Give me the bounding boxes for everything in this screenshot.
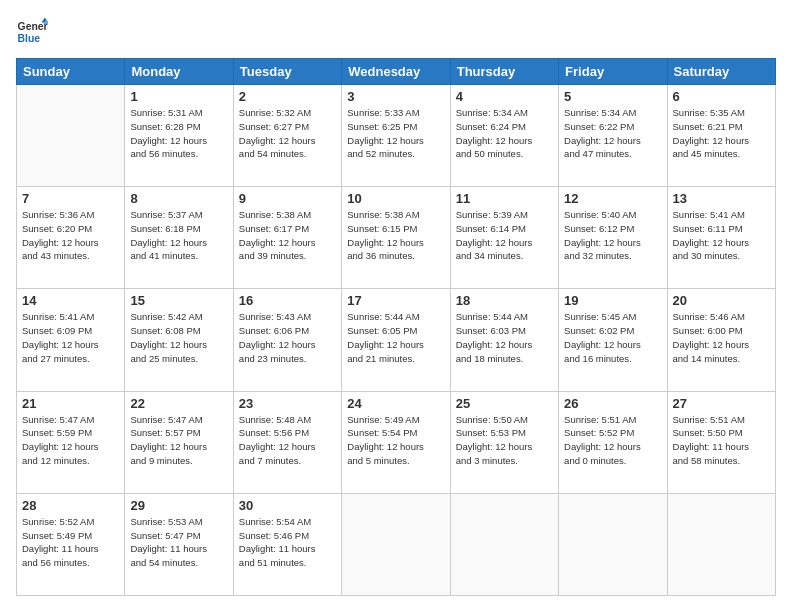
column-header-tuesday: Tuesday: [233, 59, 341, 85]
calendar-cell: 4Sunrise: 5:34 AM Sunset: 6:24 PM Daylig…: [450, 85, 558, 187]
calendar-cell: 20Sunrise: 5:46 AM Sunset: 6:00 PM Dayli…: [667, 289, 775, 391]
calendar-cell: [559, 493, 667, 595]
day-number: 14: [22, 293, 119, 308]
logo: General Blue: [16, 16, 48, 48]
day-number: 18: [456, 293, 553, 308]
calendar-cell: 5Sunrise: 5:34 AM Sunset: 6:22 PM Daylig…: [559, 85, 667, 187]
day-number: 22: [130, 396, 227, 411]
day-info: Sunrise: 5:48 AM Sunset: 5:56 PM Dayligh…: [239, 413, 336, 468]
calendar-cell: 27Sunrise: 5:51 AM Sunset: 5:50 PM Dayli…: [667, 391, 775, 493]
calendar-cell: 23Sunrise: 5:48 AM Sunset: 5:56 PM Dayli…: [233, 391, 341, 493]
calendar-header-row: SundayMondayTuesdayWednesdayThursdayFrid…: [17, 59, 776, 85]
day-info: Sunrise: 5:37 AM Sunset: 6:18 PM Dayligh…: [130, 208, 227, 263]
day-info: Sunrise: 5:38 AM Sunset: 6:17 PM Dayligh…: [239, 208, 336, 263]
day-info: Sunrise: 5:33 AM Sunset: 6:25 PM Dayligh…: [347, 106, 444, 161]
day-info: Sunrise: 5:46 AM Sunset: 6:00 PM Dayligh…: [673, 310, 770, 365]
calendar-cell: 29Sunrise: 5:53 AM Sunset: 5:47 PM Dayli…: [125, 493, 233, 595]
day-number: 3: [347, 89, 444, 104]
day-number: 15: [130, 293, 227, 308]
calendar-cell: [450, 493, 558, 595]
calendar-week-2: 7Sunrise: 5:36 AM Sunset: 6:20 PM Daylig…: [17, 187, 776, 289]
day-info: Sunrise: 5:53 AM Sunset: 5:47 PM Dayligh…: [130, 515, 227, 570]
calendar-cell: [17, 85, 125, 187]
calendar-cell: 28Sunrise: 5:52 AM Sunset: 5:49 PM Dayli…: [17, 493, 125, 595]
day-info: Sunrise: 5:41 AM Sunset: 6:09 PM Dayligh…: [22, 310, 119, 365]
day-number: 26: [564, 396, 661, 411]
svg-text:Blue: Blue: [18, 33, 41, 44]
day-info: Sunrise: 5:42 AM Sunset: 6:08 PM Dayligh…: [130, 310, 227, 365]
day-number: 12: [564, 191, 661, 206]
calendar-week-5: 28Sunrise: 5:52 AM Sunset: 5:49 PM Dayli…: [17, 493, 776, 595]
calendar-cell: [667, 493, 775, 595]
day-number: 17: [347, 293, 444, 308]
day-number: 25: [456, 396, 553, 411]
day-info: Sunrise: 5:36 AM Sunset: 6:20 PM Dayligh…: [22, 208, 119, 263]
day-info: Sunrise: 5:38 AM Sunset: 6:15 PM Dayligh…: [347, 208, 444, 263]
column-header-saturday: Saturday: [667, 59, 775, 85]
day-info: Sunrise: 5:34 AM Sunset: 6:24 PM Dayligh…: [456, 106, 553, 161]
day-number: 30: [239, 498, 336, 513]
day-number: 4: [456, 89, 553, 104]
day-info: Sunrise: 5:44 AM Sunset: 6:03 PM Dayligh…: [456, 310, 553, 365]
column-header-monday: Monday: [125, 59, 233, 85]
day-number: 19: [564, 293, 661, 308]
calendar-cell: 19Sunrise: 5:45 AM Sunset: 6:02 PM Dayli…: [559, 289, 667, 391]
calendar-cell: 1Sunrise: 5:31 AM Sunset: 6:28 PM Daylig…: [125, 85, 233, 187]
day-info: Sunrise: 5:34 AM Sunset: 6:22 PM Dayligh…: [564, 106, 661, 161]
day-info: Sunrise: 5:54 AM Sunset: 5:46 PM Dayligh…: [239, 515, 336, 570]
day-number: 16: [239, 293, 336, 308]
calendar-cell: 9Sunrise: 5:38 AM Sunset: 6:17 PM Daylig…: [233, 187, 341, 289]
column-header-thursday: Thursday: [450, 59, 558, 85]
day-number: 24: [347, 396, 444, 411]
calendar-table: SundayMondayTuesdayWednesdayThursdayFrid…: [16, 58, 776, 596]
day-number: 27: [673, 396, 770, 411]
logo-icon: General Blue: [16, 16, 48, 48]
day-number: 28: [22, 498, 119, 513]
calendar-cell: 22Sunrise: 5:47 AM Sunset: 5:57 PM Dayli…: [125, 391, 233, 493]
day-info: Sunrise: 5:49 AM Sunset: 5:54 PM Dayligh…: [347, 413, 444, 468]
day-number: 6: [673, 89, 770, 104]
calendar-cell: 10Sunrise: 5:38 AM Sunset: 6:15 PM Dayli…: [342, 187, 450, 289]
day-info: Sunrise: 5:35 AM Sunset: 6:21 PM Dayligh…: [673, 106, 770, 161]
day-info: Sunrise: 5:44 AM Sunset: 6:05 PM Dayligh…: [347, 310, 444, 365]
calendar-cell: 14Sunrise: 5:41 AM Sunset: 6:09 PM Dayli…: [17, 289, 125, 391]
day-info: Sunrise: 5:47 AM Sunset: 5:59 PM Dayligh…: [22, 413, 119, 468]
day-info: Sunrise: 5:47 AM Sunset: 5:57 PM Dayligh…: [130, 413, 227, 468]
calendar-cell: [342, 493, 450, 595]
day-info: Sunrise: 5:50 AM Sunset: 5:53 PM Dayligh…: [456, 413, 553, 468]
day-number: 8: [130, 191, 227, 206]
calendar-cell: 24Sunrise: 5:49 AM Sunset: 5:54 PM Dayli…: [342, 391, 450, 493]
calendar-cell: 13Sunrise: 5:41 AM Sunset: 6:11 PM Dayli…: [667, 187, 775, 289]
calendar-cell: 12Sunrise: 5:40 AM Sunset: 6:12 PM Dayli…: [559, 187, 667, 289]
day-info: Sunrise: 5:40 AM Sunset: 6:12 PM Dayligh…: [564, 208, 661, 263]
day-number: 7: [22, 191, 119, 206]
day-number: 10: [347, 191, 444, 206]
day-number: 1: [130, 89, 227, 104]
day-number: 23: [239, 396, 336, 411]
day-info: Sunrise: 5:43 AM Sunset: 6:06 PM Dayligh…: [239, 310, 336, 365]
calendar-cell: 16Sunrise: 5:43 AM Sunset: 6:06 PM Dayli…: [233, 289, 341, 391]
svg-text:General: General: [18, 21, 48, 32]
day-number: 2: [239, 89, 336, 104]
day-number: 11: [456, 191, 553, 206]
day-number: 20: [673, 293, 770, 308]
calendar-cell: 7Sunrise: 5:36 AM Sunset: 6:20 PM Daylig…: [17, 187, 125, 289]
calendar-cell: 26Sunrise: 5:51 AM Sunset: 5:52 PM Dayli…: [559, 391, 667, 493]
calendar-cell: 3Sunrise: 5:33 AM Sunset: 6:25 PM Daylig…: [342, 85, 450, 187]
day-info: Sunrise: 5:45 AM Sunset: 6:02 PM Dayligh…: [564, 310, 661, 365]
calendar-cell: 6Sunrise: 5:35 AM Sunset: 6:21 PM Daylig…: [667, 85, 775, 187]
day-number: 5: [564, 89, 661, 104]
calendar-cell: 30Sunrise: 5:54 AM Sunset: 5:46 PM Dayli…: [233, 493, 341, 595]
day-info: Sunrise: 5:51 AM Sunset: 5:50 PM Dayligh…: [673, 413, 770, 468]
day-info: Sunrise: 5:52 AM Sunset: 5:49 PM Dayligh…: [22, 515, 119, 570]
calendar-cell: 8Sunrise: 5:37 AM Sunset: 6:18 PM Daylig…: [125, 187, 233, 289]
column-header-sunday: Sunday: [17, 59, 125, 85]
day-info: Sunrise: 5:41 AM Sunset: 6:11 PM Dayligh…: [673, 208, 770, 263]
day-number: 13: [673, 191, 770, 206]
day-info: Sunrise: 5:51 AM Sunset: 5:52 PM Dayligh…: [564, 413, 661, 468]
calendar-cell: 17Sunrise: 5:44 AM Sunset: 6:05 PM Dayli…: [342, 289, 450, 391]
calendar-cell: 11Sunrise: 5:39 AM Sunset: 6:14 PM Dayli…: [450, 187, 558, 289]
day-number: 21: [22, 396, 119, 411]
day-info: Sunrise: 5:31 AM Sunset: 6:28 PM Dayligh…: [130, 106, 227, 161]
day-number: 29: [130, 498, 227, 513]
